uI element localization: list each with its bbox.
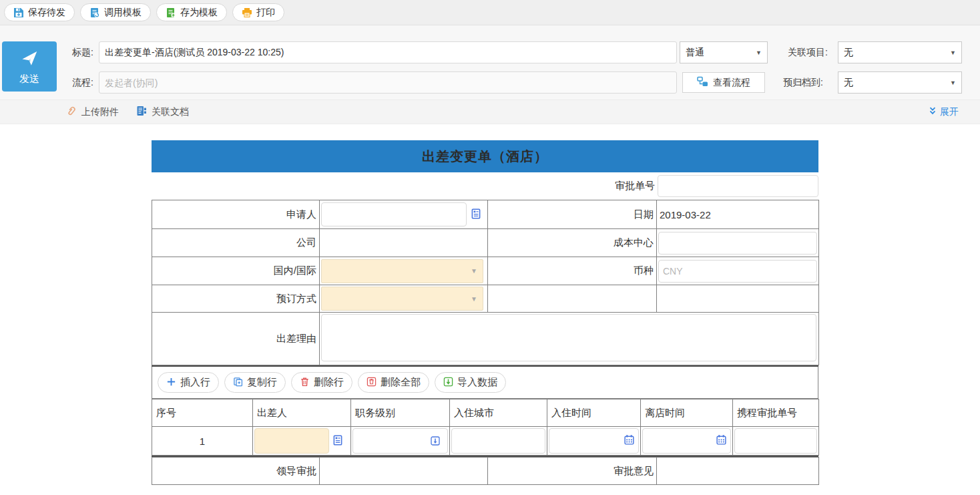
save-as-template-button[interactable]: 存为模板: [156, 3, 227, 21]
table-row: 1: [152, 427, 819, 456]
trash-icon: [300, 377, 310, 389]
delete-row-label: 删除行: [314, 376, 344, 389]
date-label: 日期: [488, 200, 657, 229]
related-project-label: 关联项目:: [788, 41, 828, 63]
send-button[interactable]: 发送: [2, 41, 57, 92]
traveler-input[interactable]: [254, 428, 329, 454]
currency-label: 币种: [488, 257, 657, 285]
ctrip-no-input[interactable]: [734, 428, 817, 454]
date-value: 2019-03-22: [657, 200, 819, 229]
approval-no-label: 审批单号: [615, 180, 655, 192]
print-icon: [242, 7, 252, 18]
delete-all-button[interactable]: 删除全部: [358, 372, 429, 393]
copy-icon: [233, 377, 243, 389]
form-title: 出差变更单（酒店）: [152, 140, 818, 172]
title-input[interactable]: [99, 41, 677, 63]
flow-input[interactable]: [99, 71, 677, 94]
call-template-label: 调用模板: [104, 7, 142, 19]
call-template-icon: [89, 7, 100, 18]
items-table: 序号 出差人 职务级别 入住城市 入住时间 离店时间 携程审批单号 1: [152, 399, 819, 456]
col-traveler: 出差人: [253, 399, 351, 427]
col-checkin: 入住时间: [547, 399, 641, 427]
reason-textarea[interactable]: [321, 314, 816, 361]
domestic-select[interactable]: ▼: [321, 259, 483, 283]
cost-center-label: 成本中心: [488, 229, 657, 257]
call-template-button[interactable]: 调用模板: [80, 3, 151, 21]
approval-opinion-label: 审批意见: [488, 458, 657, 485]
view-flow-button[interactable]: 查看流程: [682, 72, 765, 93]
applicant-input[interactable]: [321, 202, 467, 226]
save-template-icon: [166, 7, 176, 18]
booking-label: 预订方式: [152, 285, 320, 313]
seq-value: 1: [152, 427, 253, 456]
calendar-icon[interactable]: [624, 434, 635, 448]
save-pending-button[interactable]: 保存待发: [4, 3, 75, 21]
prearchive-value: 无: [844, 77, 853, 89]
booking-select[interactable]: ▼: [321, 287, 483, 311]
insert-row-label: 插入行: [180, 376, 210, 389]
save-icon: [13, 7, 24, 18]
priority-select[interactable]: 普通 ▼: [680, 41, 768, 63]
company-label: 公司: [152, 229, 320, 257]
empty-cell: [657, 285, 819, 313]
print-button[interactable]: 打印: [232, 3, 284, 21]
approval-no-row: 审批单号: [152, 172, 818, 200]
related-project-select[interactable]: 无 ▼: [838, 41, 962, 63]
trash-all-icon: [366, 377, 377, 389]
related-doc-label: 关联文档: [152, 106, 189, 118]
approval-no-input[interactable]: [658, 175, 818, 197]
row-buttons-bar: 插入行 复制行 删除行 删除全部 导入数据: [152, 367, 818, 399]
upload-attachment-button[interactable]: 上传附件: [65, 106, 119, 119]
print-label: 打印: [256, 7, 275, 19]
upload-attachment-label: 上传附件: [81, 106, 119, 118]
company-value-cell: [320, 229, 488, 257]
col-seq: 序号: [152, 399, 253, 427]
import-data-label: 导入数据: [457, 376, 497, 389]
attachment-bar: 上传附件 关联文档 展开: [0, 100, 980, 124]
expand-label: 展开: [940, 106, 959, 118]
header-section: 发送 标题: 普通 ▼ 关联项目: 无 ▼ 流程: 查看流程 预归档到: 无 ▼: [0, 25, 980, 100]
save-as-template-label: 存为模板: [180, 7, 218, 19]
chevron-down-icon: ▼: [950, 79, 956, 86]
leader-approval-label: 领导审批: [152, 458, 320, 485]
import-data-button[interactable]: 导入数据: [435, 372, 506, 393]
expand-link[interactable]: 展开: [928, 106, 959, 118]
related-doc-button[interactable]: 关联文档: [136, 106, 189, 118]
chevron-down-icon: ▼: [950, 49, 956, 56]
delete-row-button[interactable]: 删除行: [291, 372, 352, 393]
chevron-down-icon: ▼: [471, 295, 477, 303]
related-project-value: 无: [844, 47, 853, 59]
priority-value: 普通: [686, 47, 704, 59]
plus-icon: [166, 377, 176, 389]
col-city: 入住城市: [450, 399, 547, 427]
paperclip-icon: [65, 106, 77, 119]
applicant-label: 申请人: [152, 200, 320, 229]
send-label: 发送: [19, 73, 39, 86]
double-chevron-down-icon: [928, 106, 937, 118]
prearchive-select[interactable]: 无 ▼: [838, 71, 962, 94]
currency-input[interactable]: [658, 260, 817, 283]
prearchive-label: 预归档到:: [783, 71, 823, 94]
view-flow-icon: [697, 76, 708, 89]
flow-label: 流程:: [72, 71, 93, 94]
chevron-down-icon: ▼: [756, 49, 762, 56]
empty-cell: [488, 285, 657, 313]
import-icon: [443, 377, 453, 389]
leader-approval-cell: [320, 458, 488, 485]
save-pending-label: 保存待发: [28, 7, 65, 19]
person-picker-icon[interactable]: [470, 208, 482, 222]
calendar-icon[interactable]: [716, 434, 727, 448]
delete-all-label: 删除全部: [381, 376, 421, 389]
copy-row-label: 复制行: [247, 376, 277, 389]
cost-center-input[interactable]: [658, 232, 817, 255]
chevron-down-icon: ▼: [471, 267, 477, 275]
col-checkout: 离店时间: [641, 399, 733, 427]
col-ctrip-no: 携程审批单号: [733, 399, 819, 427]
main-field-table: 申请人 日期 2019-03-22 公司 成本中心 国内/国际 ▼ 币种 预订方…: [152, 200, 819, 365]
city-input[interactable]: [451, 428, 545, 454]
insert-row-button[interactable]: 插入行: [158, 372, 219, 393]
domestic-label: 国内/国际: [152, 257, 320, 285]
reason-label: 出差理由: [152, 313, 320, 365]
person-picker-icon[interactable]: [332, 434, 344, 448]
copy-row-button[interactable]: 复制行: [224, 372, 286, 393]
